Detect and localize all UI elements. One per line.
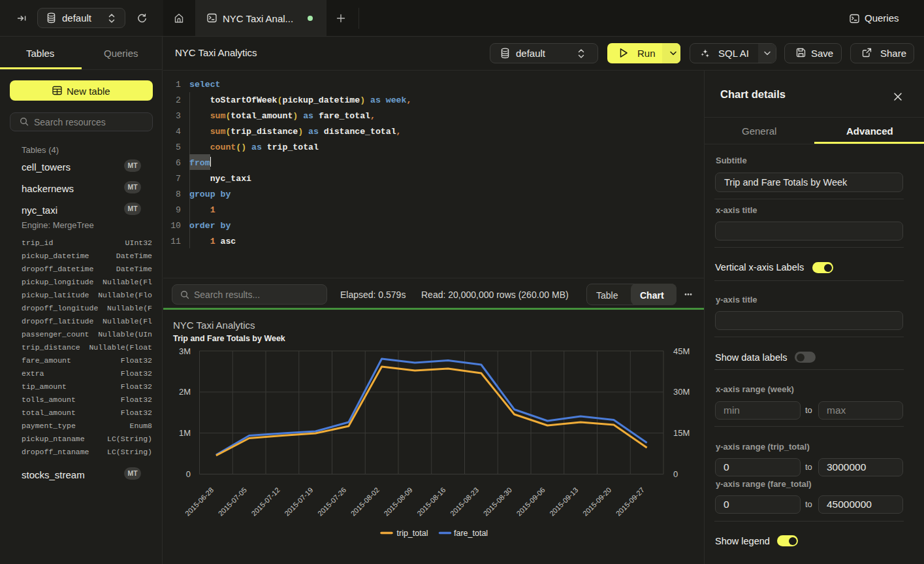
svg-text:2015-08-30: 2015-08-30	[482, 486, 513, 517]
svg-text:2015-07-12: 2015-07-12	[250, 486, 281, 517]
svg-text:2015-07-19: 2015-07-19	[283, 486, 314, 517]
svg-text:2015-09-20: 2015-09-20	[581, 486, 613, 517]
svg-text:2015-09-27: 2015-09-27	[614, 486, 646, 517]
svg-text:2M: 2M	[179, 387, 191, 397]
svg-text:45M: 45M	[673, 346, 690, 356]
svg-text:2015-09-06: 2015-09-06	[515, 486, 547, 517]
svg-text:30M: 30M	[673, 387, 690, 397]
svg-text:0: 0	[186, 469, 191, 479]
svg-text:2015-06-28: 2015-06-28	[183, 486, 215, 517]
svg-text:2015-08-16: 2015-08-16	[415, 486, 447, 517]
svg-text:2015-08-09: 2015-08-09	[383, 486, 414, 517]
svg-text:0: 0	[673, 469, 678, 479]
svg-text:fare_total: fare_total	[454, 529, 488, 538]
svg-text:2015-07-05: 2015-07-05	[217, 486, 248, 517]
svg-text:3M: 3M	[179, 346, 191, 356]
svg-text:1M: 1M	[179, 428, 191, 438]
svg-text:2015-09-13: 2015-09-13	[548, 486, 579, 517]
svg-text:2015-08-23: 2015-08-23	[449, 486, 480, 517]
svg-text:2015-07-26: 2015-07-26	[316, 486, 347, 517]
svg-text:15M: 15M	[673, 428, 690, 438]
svg-text:trip_total: trip_total	[397, 529, 428, 538]
svg-text:2015-08-02: 2015-08-02	[349, 486, 381, 517]
